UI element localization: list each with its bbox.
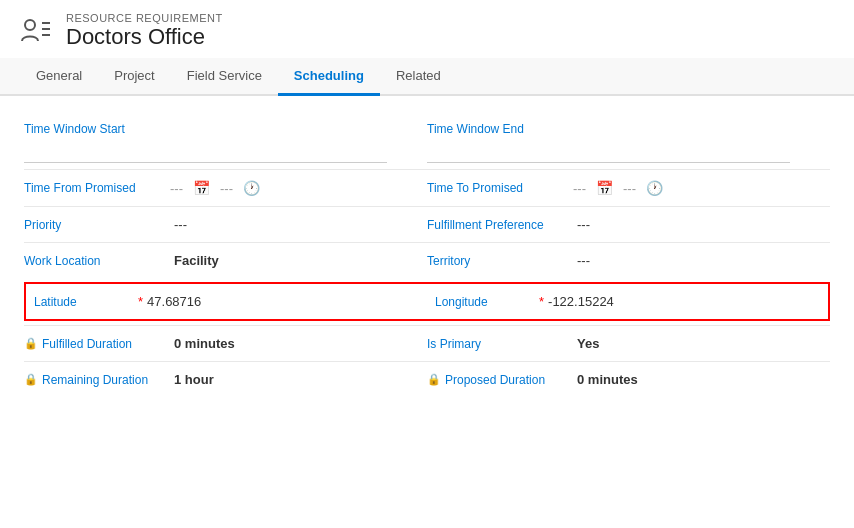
time-from-dashes2: --- (220, 181, 233, 196)
work-location-field: Work Location Facility (24, 242, 427, 278)
territory-value: --- (577, 253, 590, 268)
latitude-value: 47.68716 (147, 294, 201, 309)
work-location-value: Facility (174, 253, 219, 268)
lock-icon-fulfilled: 🔒 (24, 337, 38, 350)
time-window-end-input[interactable] (427, 139, 790, 163)
longitude-label: Longitude (435, 295, 535, 309)
header-subtitle: RESOURCE REQUIREMENT (66, 12, 223, 24)
fulfilled-duration-value: 0 minutes (174, 336, 235, 351)
time-window-end-group: Time Window End (427, 116, 830, 169)
calendar-icon-from[interactable]: 📅 (193, 180, 210, 196)
lock-icon-proposed: 🔒 (427, 373, 441, 386)
work-location-label: Work Location (24, 254, 174, 268)
tab-field-service[interactable]: Field Service (171, 58, 278, 96)
remaining-duration-label: 🔒 Remaining Duration (24, 373, 174, 387)
priority-value: --- (174, 217, 187, 232)
main-content: Time Window Start Time Window End Time F… (0, 96, 854, 417)
fulfilled-duration-row: 🔒 Fulfilled Duration 0 minutes Is Primar… (24, 325, 830, 361)
latitude-required: * (138, 294, 143, 309)
time-to-promised-field: Time To Promised --- 📅 --- 🕐 (427, 169, 830, 206)
territory-field: Territory --- (427, 242, 830, 278)
svg-point-0 (25, 20, 35, 30)
time-to-dashes1: --- (573, 181, 586, 196)
latitude-label: Latitude (34, 295, 134, 309)
longitude-required: * (539, 294, 544, 309)
resource-icon (20, 15, 52, 47)
lat-lng-row: Latitude * 47.68716 Longitude * -122.152… (24, 282, 830, 321)
is-primary-value: Yes (577, 336, 599, 351)
time-from-promised-field: Time From Promised --- 📅 --- 🕐 (24, 169, 427, 206)
tab-general[interactable]: General (20, 58, 98, 96)
priority-label: Priority (24, 218, 174, 232)
tab-scheduling[interactable]: Scheduling (278, 58, 380, 96)
tab-related[interactable]: Related (380, 58, 457, 96)
fulfillment-preference-field: Fulfillment Preference --- (427, 206, 830, 242)
fulfillment-preference-value: --- (577, 217, 590, 232)
fulfilled-duration-field: 🔒 Fulfilled Duration 0 minutes (24, 325, 427, 361)
time-window-row: Time Window Start Time Window End (24, 116, 830, 169)
work-location-row: Work Location Facility Territory --- (24, 242, 830, 278)
time-from-promised-label: Time From Promised (24, 181, 164, 195)
tab-project[interactable]: Project (98, 58, 170, 96)
territory-label: Territory (427, 254, 577, 268)
remaining-duration-row: 🔒 Remaining Duration 1 hour 🔒 Proposed D… (24, 361, 830, 397)
header-text-block: RESOURCE REQUIREMENT Doctors Office (66, 12, 223, 50)
time-window-start-input[interactable] (24, 139, 387, 163)
time-to-promised-label: Time To Promised (427, 181, 567, 195)
proposed-duration-label: 🔒 Proposed Duration (427, 373, 577, 387)
priority-field: Priority --- (24, 206, 427, 242)
remaining-duration-value: 1 hour (174, 372, 214, 387)
proposed-duration-field: 🔒 Proposed Duration 0 minutes (427, 361, 830, 397)
navigation-tabs: General Project Field Service Scheduling… (0, 58, 854, 96)
page-header: RESOURCE REQUIREMENT Doctors Office (0, 0, 854, 58)
proposed-duration-value: 0 minutes (577, 372, 638, 387)
latitude-cell: Latitude * 47.68716 (26, 284, 427, 319)
time-promised-row: Time From Promised --- 📅 --- 🕐 Time To P… (24, 169, 830, 206)
time-window-end-label: Time Window End (427, 122, 830, 136)
lock-icon-remaining: 🔒 (24, 373, 38, 386)
is-primary-label: Is Primary (427, 337, 577, 351)
longitude-cell: Longitude * -122.15224 (427, 284, 828, 319)
time-window-start-group: Time Window Start (24, 116, 427, 169)
clock-icon-to[interactable]: 🕐 (646, 180, 663, 196)
longitude-value: -122.15224 (548, 294, 614, 309)
remaining-duration-field: 🔒 Remaining Duration 1 hour (24, 361, 427, 397)
time-to-dashes2: --- (623, 181, 636, 196)
time-window-start-label: Time Window Start (24, 122, 427, 136)
time-from-dashes1: --- (170, 181, 183, 196)
header-title: Doctors Office (66, 24, 223, 50)
calendar-icon-to[interactable]: 📅 (596, 180, 613, 196)
fulfillment-preference-label: Fulfillment Preference (427, 218, 577, 232)
is-primary-field: Is Primary Yes (427, 325, 830, 361)
clock-icon-from[interactable]: 🕐 (243, 180, 260, 196)
priority-row: Priority --- Fulfillment Preference --- (24, 206, 830, 242)
fulfilled-duration-label: 🔒 Fulfilled Duration (24, 337, 174, 351)
